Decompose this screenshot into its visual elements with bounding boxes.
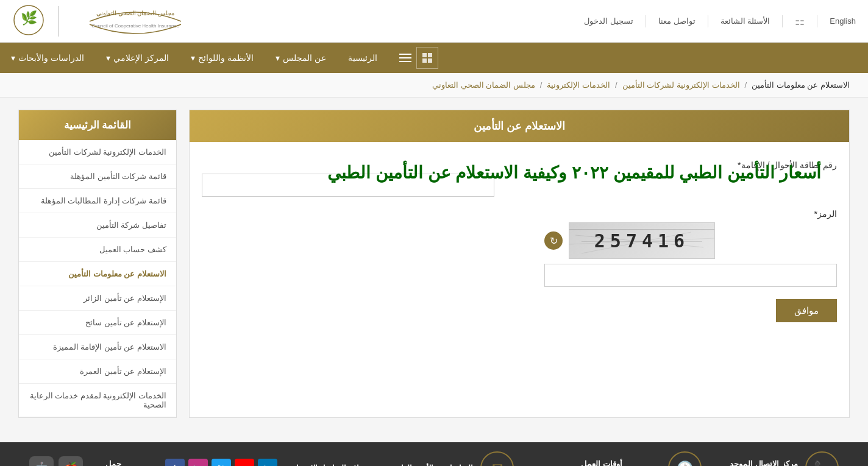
svg-text:Council of Cooperative Health : Council of Cooperative Health Insurance [91,23,179,29]
footer-hours-text: أوقات العمل من الأحد إلى الخميس من 8 ص إ… [542,459,660,466]
breadcrumb-sep-2: / [615,80,617,90]
svg-rect-5 [428,53,432,57]
nav-media[interactable]: المركز الإعلامي ▾ [95,43,180,73]
nav-bar: الرئيسية عن المجلس ▾ الأنظمة واللوائح ▾ … [0,43,868,73]
divider-1 [817,15,817,27]
divider-3 [708,15,708,27]
app-icons-container: 🍎 🤖 [29,456,83,467]
captcha-label: الرمز* [202,209,837,219]
faq-link[interactable]: الأسئلة الشائعة [720,16,770,26]
nav-home[interactable]: الرئيسية [337,43,388,73]
form-body: أسعار التأمين الطبي للمقيمين ٢٠٢٢ وكيفية… [190,142,849,341]
facebook-icon[interactable]: f [165,459,185,467]
svg-rect-4 [422,53,427,57]
footer-connect-block: ✉ التواصل مع الأمين العام [396,451,514,466]
english-link[interactable]: English [830,16,856,26]
contact-link[interactable]: تواصل معنا [658,16,695,26]
login-link[interactable]: تسجيل الدخول [584,16,633,26]
sidebar: القائمة الرئيسية الخدمات الإلكترونية لشر… [18,110,177,418]
footer-connect-text: التواصل مع الأمين العام [396,464,474,466]
clock-icon: 🕐 [668,451,702,466]
svg-text:مجلس الضمان الصحي التعاوني: مجلس الضمان الصحي التعاوني [96,10,174,17]
dropdown-arrow-3: ▾ [106,53,110,63]
footer-contact-block: 📞 مركز الإتصال الموحد 920001177 [730,451,838,466]
sidebar-header: القائمة الرئيسية [19,110,176,140]
breadcrumb-home[interactable]: مجلس الضمان الصحي التعاوني [432,80,535,90]
form-header: الاستعلام عن التأمين [190,110,849,142]
phone-icon: 📞 [805,451,839,466]
breadcrumb-sep-3: / [745,80,747,90]
footer-download-text: حمل تطبيق المجلس [90,459,136,466]
sidebar-item-2[interactable]: قائمة شركات إدارة المطالبات المؤهلة [19,189,176,213]
sidebar-item-9[interactable]: الإستعلام عن تأمين العمرة [19,359,176,384]
breadcrumb-company-services[interactable]: الخدمات الإلكترونية لشركات التأمين [622,80,740,90]
dropdown-arrow-2: ▾ [191,53,195,63]
sidebar-item-0[interactable]: الخدمات الإلكترونية لشركات التأمين [19,140,176,164]
footer-social-block: مواقع التواصل الإجتماعي in ▶ 𝕏 📷 f [165,459,368,467]
svg-rect-7 [428,58,432,63]
sidebar-item-4[interactable]: كشف حساب العميل [19,238,176,262]
breadcrumb-eservices[interactable]: الخدمات الإلكترونية [547,80,610,90]
sidebar-item-8[interactable]: الاستعلام عن تأمين الإقامة المميزة [19,335,176,359]
sidebar-item-7[interactable]: الإستعلام عن تأمين سائح [19,311,176,335]
instagram-icon[interactable]: 📷 [188,459,208,467]
captcha-input-wrapper [544,264,837,287]
footer: 📞 مركز الإتصال الموحد 920001177 🕐 أوقات … [0,442,868,466]
nav-about[interactable]: عن المجلس ▾ [265,43,337,73]
id-input[interactable] [202,174,494,197]
id-label: رقم بطاقة الأحوال / الإقامة* [202,160,837,170]
nav-studies[interactable]: الدراسات والأبحاث ▾ [0,43,95,73]
id-form-group: رقم بطاقة الأحوال / الإقامة* [202,160,837,197]
captcha-container: 257416 ↻ [544,222,837,259]
saudi-emblem-svg: 🌿 [12,3,46,40]
youtube-icon[interactable]: ▶ [235,459,254,467]
dropdown-arrow: ▾ [276,53,280,63]
nav-regulations[interactable]: الأنظمة واللوائح ▾ [180,43,265,73]
sidebar-item-10[interactable]: الخدمات الإلكترونية لمقدم خدمات الرعاية … [19,384,176,417]
grid-view-icon[interactable] [416,47,438,69]
logo-divider [58,6,59,37]
email-icon: ✉ [480,451,514,466]
captcha-input[interactable] [544,264,837,287]
form-section: الاستعلام عن التأمين أسعار التأمين الطبي… [189,110,850,418]
footer-contact-text: مركز الإتصال الموحد 920001177 [730,459,797,466]
footer-hours-block: 🕐 أوقات العمل من الأحد إلى الخميس من 8 ص… [542,451,701,466]
linkedin-icon[interactable]: in [258,459,277,467]
sitemap-icon: ⚏ [795,15,805,28]
main-content: الاستعلام عن التأمين أسعار التأمين الطبي… [0,97,868,430]
twitter-icon[interactable]: 𝕏 [212,459,231,467]
apple-store-icon[interactable]: 🍎 [59,456,83,467]
top-nav-links: English ⚏ الأسئلة الشائعة تواصل معنا تسج… [584,15,856,28]
council-logo-svg: مجلس الضمان الصحي التعاوني Council of Co… [71,0,199,40]
menu-lines-icon[interactable] [394,47,416,69]
submit-row: موافق [202,299,837,322]
top-bar: English ⚏ الأسئلة الشائعة تواصل معنا تسج… [0,0,868,43]
sidebar-item-3[interactable]: تفاصيل شركة التأمين [19,213,176,238]
captcha-image: 257416 [569,222,715,259]
sidebar-item-6[interactable]: الإستعلام عن تأمين الزائر [19,286,176,311]
footer-download-block: حمل تطبيق المجلس 🍎 🤖 [29,456,136,467]
captcha-refresh-button[interactable]: ↻ [544,231,563,250]
android-store-icon[interactable]: 🤖 [29,456,54,467]
svg-text:🌿: 🌿 [21,10,38,26]
footer-social-label: مواقع التواصل الإجتماعي [285,464,368,466]
logo-council: مجلس الضمان الصحي التعاوني Council of Co… [71,0,199,42]
logo-area: مجلس الضمان الصحي التعاوني Council of Co… [12,0,199,42]
breadcrumb-inquiry: الاستعلام عن معلومات التأمين [752,80,850,90]
captcha-form-group: الرمز* 257416 ↻ [202,209,837,287]
breadcrumb: مجلس الضمان الصحي التعاوني / الخدمات الإ… [0,73,868,97]
dropdown-arrow-4: ▾ [11,53,15,63]
sidebar-item-5[interactable]: الاستعلام عن معلومات التأمين [19,262,176,286]
divider-2 [782,15,783,27]
sidebar-item-1[interactable]: قائمة شركات التأمين المؤهلة [19,164,176,189]
svg-rect-6 [422,58,427,63]
social-icons-container: in ▶ 𝕏 📷 f [165,459,277,467]
submit-button[interactable]: موافق [776,299,837,322]
breadcrumb-sep-1: / [540,80,542,90]
divider-4 [646,15,646,27]
